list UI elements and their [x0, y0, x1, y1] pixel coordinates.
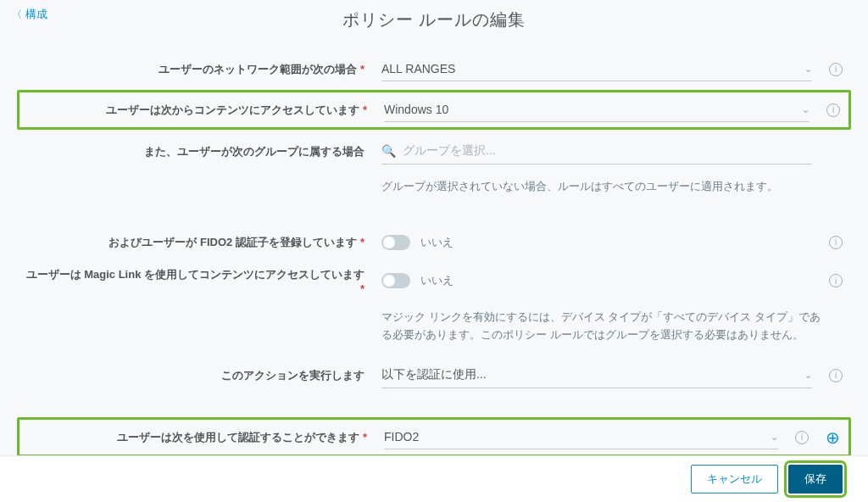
plus-icon[interactable]: ⊕: [826, 427, 840, 448]
row-fido2: およびユーザーが FIDO2 認証子を登録しています* いいえ i: [25, 226, 843, 259]
row-auth-method: ユーザーは次を使用して認証することができます* FIDO2 ⌄ i ⊕: [17, 417, 851, 457]
label-access-from: ユーザーは次からコンテンツにアクセスしています*: [28, 103, 367, 118]
info-icon[interactable]: i: [829, 274, 843, 287]
cancel-button[interactable]: キャンセル: [691, 465, 778, 494]
search-icon: 🔍: [381, 144, 396, 158]
row-magic-link: ユーザーは Magic Link を使用してコンテンツにアクセスしています* い…: [25, 259, 843, 304]
footer: キャンセル 保存: [0, 455, 868, 502]
chevron-down-icon: ⌄: [771, 432, 778, 443]
policy-form: ユーザーのネットワーク範囲が次の場合* ALL RANGES ⌄ i ユーザーは…: [0, 48, 868, 502]
chevron-down-icon: ⌄: [804, 370, 812, 381]
row-groups: また、ユーザーが次のグループに属する場合 🔍 グループを選択...: [25, 130, 843, 173]
toggle-magic-link[interactable]: [381, 273, 410, 288]
label-magic-link: ユーザーは Magic Link を使用してコンテンツにアクセスしています*: [25, 267, 364, 295]
info-icon[interactable]: i: [829, 369, 843, 382]
select-access-from[interactable]: Windows 10 ⌄: [384, 98, 810, 122]
chevron-down-icon: ⌄: [804, 64, 812, 75]
select-network-range[interactable]: ALL RANGES ⌄: [381, 57, 812, 81]
toggle-fido2-text: いいえ: [420, 235, 453, 250]
row-access-from: ユーザーは次からコンテンツにアクセスしています* Windows 10 ⌄ i: [17, 90, 851, 130]
helper-magic-link: マジック リンクを有効にするには、デバイス タイプが「すべてのデバイス タイプ」…: [25, 304, 822, 354]
back-label: 構成: [25, 7, 47, 22]
label-auth-method: ユーザーは次を使用して認証することができます*: [28, 430, 367, 445]
select-auth-method[interactable]: FIDO2 ⌄: [384, 425, 778, 449]
back-link[interactable]: 〈 構成: [12, 7, 47, 22]
label-fido2: およびユーザーが FIDO2 認証子を登録しています*: [25, 235, 364, 250]
chevron-down-icon: ⌄: [802, 104, 810, 115]
info-icon[interactable]: i: [829, 63, 843, 76]
save-button[interactable]: 保存: [788, 465, 843, 494]
label-action: このアクションを実行します: [25, 368, 364, 383]
page-title: ポリシー ルールの編集: [0, 8, 868, 31]
toggle-fido2[interactable]: [381, 235, 410, 250]
toggle-magic-link-text: いいえ: [420, 273, 453, 288]
row-action: このアクションを実行します 以下を認証に使用... ⌄ i: [25, 354, 843, 397]
select-action[interactable]: 以下を認証に使用... ⌄: [381, 362, 812, 388]
select-groups[interactable]: 🔍 グループを選択...: [381, 138, 812, 165]
info-icon[interactable]: i: [795, 431, 809, 444]
info-icon[interactable]: i: [826, 103, 840, 117]
helper-groups: グループが選択されていない場合、ルールはすべてのユーザーに適用されます。: [25, 173, 822, 206]
label-network-range: ユーザーのネットワーク範囲が次の場合*: [25, 62, 364, 77]
info-icon[interactable]: i: [829, 236, 843, 249]
chevron-left-icon: 〈: [12, 8, 22, 22]
label-groups: また、ユーザーが次のグループに属する場合: [25, 144, 364, 159]
row-network-range: ユーザーのネットワーク範囲が次の場合* ALL RANGES ⌄ i: [25, 48, 843, 90]
